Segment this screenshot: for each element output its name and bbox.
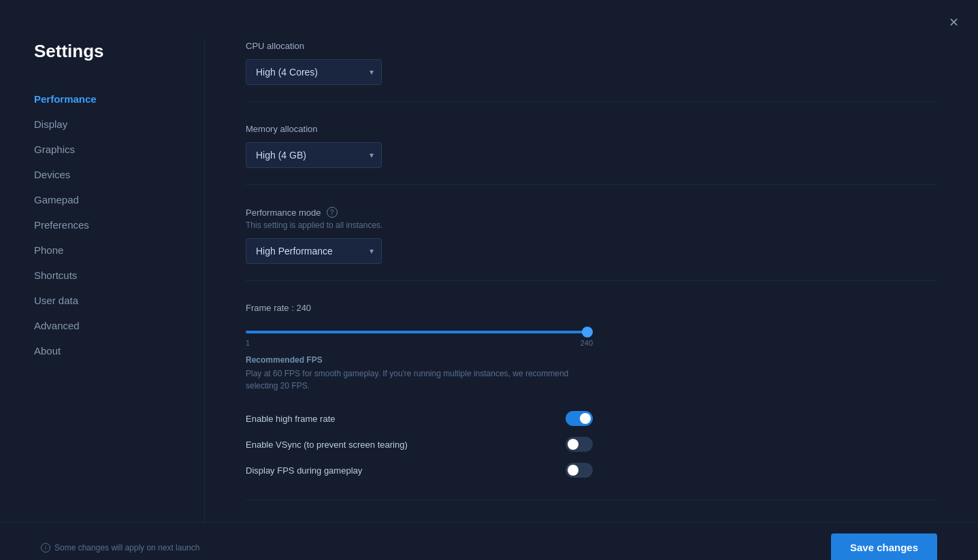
- sidebar-nav: Performance Display Graphics Devices Gam…: [34, 86, 204, 363]
- sidebar-item-performance[interactable]: Performance: [34, 86, 204, 112]
- frame-rate-label: Frame rate : 240: [246, 303, 937, 313]
- save-button[interactable]: Save changes: [831, 533, 937, 560]
- slider-min-label: 1: [246, 339, 250, 347]
- toggle-label-display-fps: Display FPS during gameplay: [246, 465, 362, 476]
- slider-max-label: 240: [581, 339, 593, 347]
- sidebar-item-preferences[interactable]: Preferences: [34, 212, 204, 237]
- sidebar-item-about[interactable]: About: [34, 338, 204, 363]
- cpu-allocation-select[interactable]: Low (1 Core) Medium (2 Cores) High (4 Co…: [246, 59, 382, 85]
- sidebar-item-display[interactable]: Display: [34, 112, 204, 137]
- fps-hint-label: Recommended FPS: [246, 355, 937, 365]
- sidebar-item-gamepad[interactable]: Gamepad: [34, 187, 204, 212]
- performance-mode-help-icon[interactable]: ?: [327, 207, 338, 218]
- toggle-row-high-frame-rate: Enable high frame rate: [246, 406, 593, 431]
- fps-hint-text: Play at 60 FPS for smooth gameplay. If y…: [246, 367, 593, 392]
- sidebar: Settings Performance Display Graphics De…: [0, 41, 204, 522]
- performance-mode-select[interactable]: Balanced High Performance Power Saver: [246, 238, 382, 264]
- content-area: Settings Performance Display Graphics De…: [0, 0, 978, 522]
- sidebar-item-shortcuts[interactable]: Shortcuts: [34, 263, 204, 288]
- performance-mode-hint: This setting is applied to all instances…: [246, 220, 937, 230]
- sidebar-item-phone[interactable]: Phone: [34, 237, 204, 263]
- close-button[interactable]: ✕: [946, 14, 962, 31]
- toggle-row-display-fps: Display FPS during gameplay: [246, 457, 593, 483]
- toggle-vsync[interactable]: [566, 437, 593, 452]
- sidebar-title: Settings: [34, 41, 204, 62]
- performance-mode-section: Performance mode ? This setting is appli…: [246, 207, 937, 281]
- footer-hint: i Some changes will apply on next launch: [41, 543, 199, 553]
- main-panel: CPU allocation Low (1 Core) Medium (2 Co…: [204, 41, 978, 522]
- toggle-knob-high-frame-rate: [580, 413, 591, 424]
- sidebar-item-advanced[interactable]: Advanced: [34, 313, 204, 338]
- sidebar-item-graphics[interactable]: Graphics: [34, 137, 204, 162]
- memory-allocation-select[interactable]: Low (1 GB) Medium (2 GB) High (4 GB) Ver…: [246, 142, 382, 168]
- footer: i Some changes will apply on next launch…: [0, 522, 978, 560]
- toggle-high-frame-rate[interactable]: [566, 411, 593, 426]
- memory-allocation-select-wrapper: Low (1 GB) Medium (2 GB) High (4 GB) Ver…: [246, 142, 382, 168]
- slider-range: 1 240: [246, 339, 593, 347]
- frame-rate-section: Frame rate : 240 1 240 Recommended FPS P…: [246, 303, 937, 500]
- toggle-knob-display-fps: [568, 465, 578, 476]
- cpu-allocation-label: CPU allocation: [246, 41, 937, 51]
- toggle-row-vsync: Enable VSync (to prevent screen tearing): [246, 431, 593, 457]
- toggle-label-high-frame-rate: Enable high frame rate: [246, 414, 336, 424]
- info-icon: i: [41, 543, 50, 553]
- toggle-display-fps[interactable]: [566, 463, 593, 478]
- settings-modal: ✕ Settings Performance Display Graphics …: [0, 0, 978, 560]
- memory-allocation-section: Memory allocation Low (1 GB) Medium (2 G…: [246, 124, 937, 185]
- frame-rate-slider[interactable]: [246, 331, 593, 333]
- sidebar-item-user-data[interactable]: User data: [34, 288, 204, 313]
- toggle-knob-vsync: [568, 439, 578, 450]
- performance-mode-select-wrapper: Balanced High Performance Power Saver ▾: [246, 238, 382, 264]
- performance-mode-header: Performance mode ?: [246, 207, 937, 218]
- cpu-allocation-select-wrapper: Low (1 Core) Medium (2 Cores) High (4 Co…: [246, 59, 382, 85]
- toggle-label-vsync: Enable VSync (to prevent screen tearing): [246, 440, 408, 450]
- memory-allocation-label: Memory allocation: [246, 124, 937, 134]
- cpu-allocation-section: CPU allocation Low (1 Core) Medium (2 Co…: [246, 41, 937, 102]
- performance-mode-label: Performance mode: [246, 208, 321, 218]
- sidebar-item-devices[interactable]: Devices: [34, 162, 204, 187]
- footer-hint-text: Some changes will apply on next launch: [54, 543, 199, 553]
